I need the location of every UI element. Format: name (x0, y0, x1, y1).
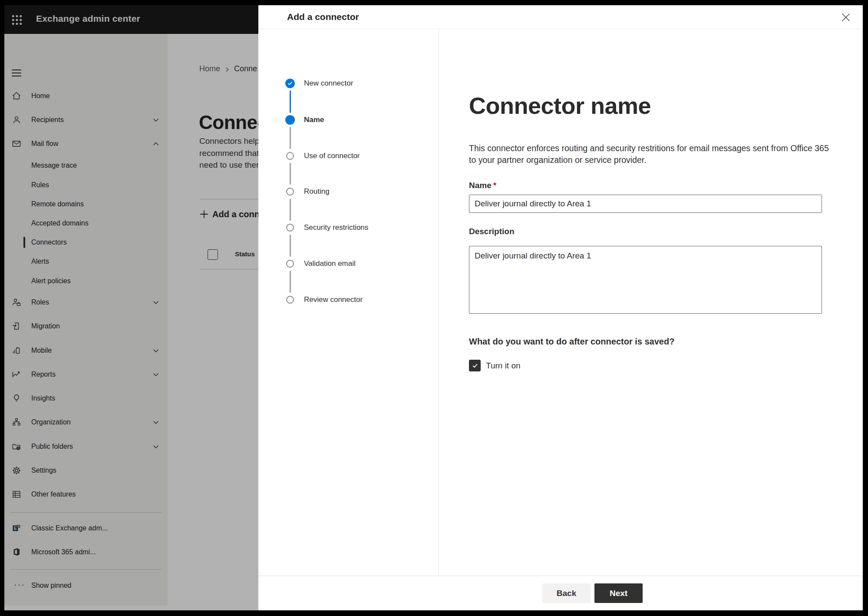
steps-content-divider (439, 29, 439, 576)
step-routing: Routing (285, 187, 330, 196)
turn-it-on-label: Turn it on (486, 361, 521, 371)
step-review-connector: Review connector (285, 295, 363, 305)
checkmark-icon (471, 362, 479, 370)
dialog-header: Add a connector (258, 5, 863, 29)
dialog-title: Add a connector (287, 12, 359, 22)
step-connector-line (290, 163, 291, 185)
checkmark-icon (287, 80, 294, 87)
app-window: Exchange admin center Home Recipients Ma… (4, 5, 863, 610)
step-connector-line (290, 90, 291, 113)
step-upcoming-icon (286, 224, 294, 232)
footer-divider (258, 576, 863, 576)
step-use-of-connector: Use of connector (285, 151, 360, 161)
step-upcoming-icon (286, 260, 294, 268)
required-asterisk: * (493, 181, 496, 190)
step-intro-text: This connector enforces routing and secu… (469, 142, 829, 166)
step-validation-email: Validation email (285, 259, 356, 268)
name-field-label: Name* (469, 181, 496, 190)
description-field-label: Description (469, 227, 515, 236)
step-heading: Connector name (469, 92, 651, 119)
connector-description-textarea[interactable]: Deliver journal directly to Area 1 (469, 246, 822, 314)
step-active-icon (285, 115, 295, 125)
step-security-restrictions: Security restrictions (285, 223, 368, 232)
screenshot-canvas: Exchange admin center Home Recipients Ma… (0, 0, 868, 616)
step-new-connector[interactable]: New connector (285, 79, 353, 88)
checkbox-checked[interactable] (469, 360, 481, 371)
close-button[interactable] (838, 10, 853, 25)
step-upcoming-icon (286, 152, 294, 160)
step-connector-line (290, 235, 291, 257)
after-save-question: What do you want to do after connector i… (469, 337, 674, 347)
step-name[interactable]: Name (285, 115, 324, 125)
add-connector-dialog: Add a connector New connector Name (258, 5, 863, 610)
next-button[interactable]: Next (594, 583, 643, 603)
step-connector-line (290, 127, 291, 149)
close-icon (841, 12, 851, 23)
connector-name-input[interactable] (469, 195, 822, 213)
step-connector-line (290, 199, 291, 221)
step-connector-line (290, 271, 291, 293)
step-upcoming-icon (286, 188, 294, 195)
turn-it-on-checkbox-row[interactable]: Turn it on (469, 360, 521, 371)
back-button[interactable]: Back (542, 583, 591, 603)
step-completed-icon (285, 79, 295, 88)
step-upcoming-icon (286, 296, 294, 304)
wizard-steps: New connector Name Use of connector Rout… (258, 29, 439, 576)
